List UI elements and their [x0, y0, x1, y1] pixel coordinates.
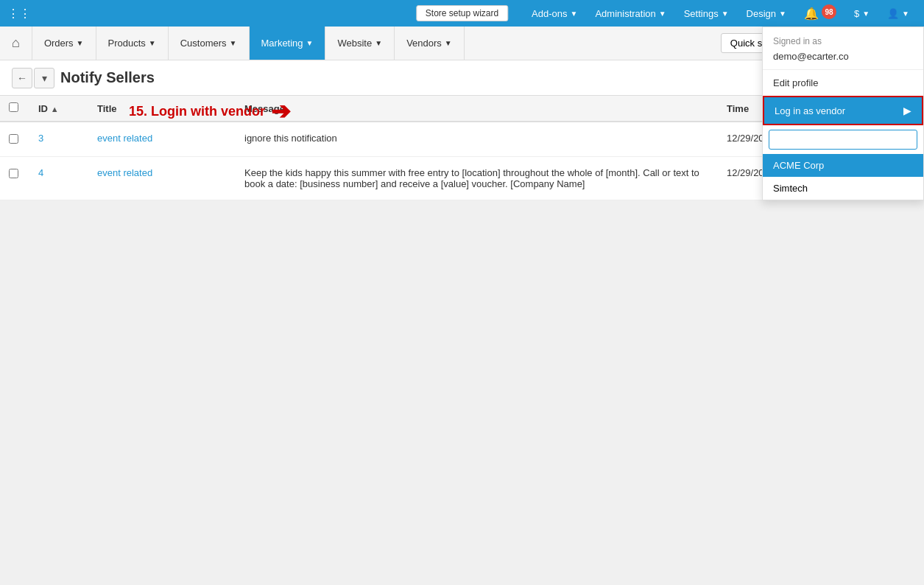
user-icon: 👤	[887, 8, 899, 19]
addons-caret: ▼	[571, 10, 578, 18]
row-message-0: ignore this notification	[236, 128, 718, 148]
notifications-bell[interactable]: 🔔 98	[797, 1, 844, 25]
edit-profile-item[interactable]: Edit profile	[763, 70, 923, 96]
products-caret: ▼	[149, 39, 156, 47]
row-id-link-1[interactable]: 4	[38, 167, 43, 178]
grid-icon[interactable]: ⋮⋮	[7, 7, 31, 21]
vendors-nav-item[interactable]: Vendors ▼	[395, 27, 465, 60]
administration-menu[interactable]: Administration ▼	[588, 4, 673, 24]
home-nav-item[interactable]: ⌂	[0, 27, 32, 60]
vendor-search-input[interactable]	[769, 130, 917, 150]
orders-nav-item[interactable]: Orders ▼	[32, 27, 96, 60]
dropdown-nav-button[interactable]: ▾	[34, 68, 54, 88]
home-icon: ⌂	[12, 35, 20, 51]
store-setup-button[interactable]: Store setup wizard	[416, 5, 508, 21]
nav-arrows: ← ▾	[12, 68, 54, 88]
th-title: Title	[88, 97, 236, 120]
website-nav-item[interactable]: Website ▼	[325, 27, 395, 60]
currency-caret: ▼	[862, 10, 870, 18]
login-vendor-chevron: ▶	[903, 105, 911, 116]
marketing-caret: ▼	[306, 39, 314, 47]
row-id-link-0[interactable]: 3	[38, 133, 43, 144]
th-message: Message	[236, 97, 718, 120]
row-title-link-1[interactable]: event related	[97, 167, 152, 178]
row-checkbox-1	[0, 163, 29, 185]
row-id-1: 4	[29, 163, 88, 183]
top-bar-left: ⋮⋮	[7, 7, 34, 21]
vendor-item-0[interactable]: ACME Corp	[763, 154, 923, 177]
customers-caret: ▼	[230, 39, 237, 47]
user-caret: ▼	[902, 10, 909, 18]
id-sort-arrow: ▲	[51, 105, 59, 113]
notification-count: 98	[822, 4, 836, 19]
user-menu[interactable]: 👤 ▼	[880, 4, 917, 24]
top-bar: ⋮⋮ Store setup wizard Add-ons ▼ Administ…	[0, 0, 924, 27]
row-message-1: Keep the kids happy this summer with fre…	[236, 163, 718, 194]
orders-caret: ▼	[77, 39, 84, 47]
row-checkbox-0	[0, 128, 29, 150]
row-title-0: event related	[88, 128, 236, 148]
addons-menu[interactable]: Add-ons ▼	[524, 4, 585, 24]
settings-caret: ▼	[722, 10, 729, 18]
vendor-item-1[interactable]: Simtech	[763, 177, 923, 200]
customers-nav-item[interactable]: Customers ▼	[169, 27, 250, 60]
page-title: Notify Sellers	[60, 69, 155, 86]
user-email: demo@ecarter.co	[763, 49, 923, 70]
top-bar-right: Add-ons ▼ Administration ▼ Settings ▼ De…	[524, 1, 917, 25]
website-caret: ▼	[375, 39, 382, 47]
vendors-caret: ▼	[445, 39, 452, 47]
row-checkbox-input-1[interactable]	[9, 169, 18, 178]
products-nav-item[interactable]: Products ▼	[96, 27, 169, 60]
administration-caret: ▼	[659, 10, 666, 18]
login-as-vendor-item[interactable]: Log in as vendor ▶	[763, 96, 923, 125]
marketing-nav-item[interactable]: Marketing ▼	[250, 27, 326, 60]
signed-in-label: Signed in as	[763, 27, 923, 49]
back-button[interactable]: ←	[12, 68, 32, 88]
select-all-checkbox[interactable]	[9, 102, 18, 112]
design-menu[interactable]: Design ▼	[739, 4, 794, 24]
user-dropdown: Signed in as demo@ecarter.co Edit profil…	[762, 27, 924, 200]
vendor-list: ACME CorpSimtech	[763, 154, 923, 200]
th-id[interactable]: ID ▲	[29, 97, 88, 120]
row-checkbox-input-0[interactable]	[9, 134, 18, 144]
row-id-0: 3	[29, 128, 88, 148]
row-title-link-0[interactable]: event related	[97, 133, 152, 144]
th-checkbox	[0, 97, 29, 120]
currency-menu[interactable]: $ ▼	[847, 4, 877, 24]
design-caret: ▼	[779, 10, 786, 18]
settings-menu[interactable]: Settings ▼	[677, 4, 736, 24]
row-title-1: event related	[88, 163, 236, 183]
